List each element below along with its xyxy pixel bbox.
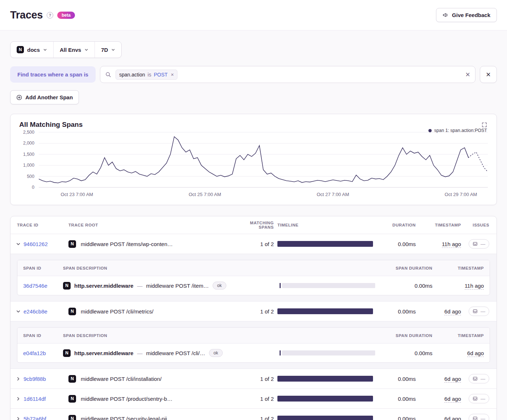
table-row[interactable]: e246cb8e N middleware POST /cli/metrics/… bbox=[11, 301, 496, 321]
span-duration-value: 0.00ms bbox=[385, 350, 435, 356]
timeline-bar[interactable] bbox=[277, 376, 373, 382]
span-row[interactable]: 36d7546e N http.server.middleware — midd… bbox=[17, 276, 490, 295]
page-title: Traces bbox=[10, 9, 43, 21]
fullscreen-icon[interactable] bbox=[481, 121, 488, 128]
table-header: Trace ID Trace Root Matching Spans Timel… bbox=[11, 216, 496, 234]
chevron-down-icon bbox=[16, 242, 21, 246]
nextjs-platform-icon: N bbox=[63, 349, 71, 357]
x-axis-labels: Oct 23 7:00 AMOct 25 7:00 AMOct 27 7:00 … bbox=[39, 192, 488, 201]
give-feedback-button[interactable]: Give Feedback bbox=[436, 8, 497, 22]
issues-indicator: — bbox=[469, 374, 489, 383]
table-row[interactable]: 5b72a6bf N middleware POST /security-leg… bbox=[11, 408, 496, 420]
span-status-badge: ok bbox=[209, 349, 223, 357]
trace-id-link[interactable]: 1d6114df bbox=[24, 396, 46, 402]
chevron-down-icon bbox=[84, 48, 88, 52]
filter-token[interactable]: span.action is POST × bbox=[116, 70, 177, 80]
column-matching-spans: Matching Spans bbox=[233, 221, 277, 229]
span-id-column: Span ID bbox=[17, 266, 60, 270]
project-selector-label: docs bbox=[27, 47, 40, 53]
issues-icon bbox=[473, 309, 478, 314]
matching-spans-value: 1 of 2 bbox=[233, 308, 277, 315]
traces-page: Traces ? beta Give Feedback N docs All E… bbox=[0, 0, 507, 420]
issues-icon bbox=[473, 376, 478, 381]
span-table-header: Span ID Span Description Span Duration T… bbox=[17, 260, 490, 276]
timeline-bar[interactable] bbox=[277, 416, 373, 420]
span-filter-row: Find traces where a span is span.action … bbox=[10, 66, 497, 83]
span-id-column: Span ID bbox=[17, 333, 60, 338]
duration-value: 0.00ms bbox=[382, 416, 419, 420]
plus-circle-icon bbox=[16, 95, 22, 100]
timeline-bar[interactable] bbox=[277, 308, 373, 314]
table-row[interactable]: 1d6114df N middleware POST /product/sent… bbox=[11, 388, 496, 408]
nextjs-platform-icon: N bbox=[68, 308, 76, 315]
span-row[interactable]: e04fa12b N http.server.middleware — midd… bbox=[17, 344, 490, 362]
span-description-column: Span Description bbox=[60, 266, 279, 270]
column-duration: Duration bbox=[382, 223, 419, 227]
timestamp-value[interactable]: 6d ago bbox=[444, 308, 461, 315]
span-timeline[interactable] bbox=[280, 350, 375, 355]
span-search-input[interactable]: span.action is POST × × bbox=[100, 66, 475, 83]
timeline-bar[interactable] bbox=[277, 396, 373, 402]
issues-empty-dash: — bbox=[481, 377, 485, 381]
expanded-span-section: Span ID Span Description Span Duration T… bbox=[11, 254, 496, 301]
span-id-link[interactable]: 36d7546e bbox=[23, 283, 47, 289]
trace-root-text: middleware POST /cli/metrics/ bbox=[81, 308, 154, 315]
chart-title: All Matching Spans bbox=[19, 121, 83, 129]
span-status-badge: ok bbox=[213, 282, 227, 290]
column-trace-root: Trace Root bbox=[66, 223, 233, 227]
expand-row-button[interactable] bbox=[15, 241, 22, 248]
trace-id-link[interactable]: 94601262 bbox=[24, 241, 48, 247]
timestamp-value[interactable]: 6d ago bbox=[444, 376, 461, 383]
nextjs-platform-icon: N bbox=[68, 240, 76, 248]
legend-label: span 1: span.action:POST bbox=[434, 128, 487, 133]
trace-id-link[interactable]: 5b72a6bf bbox=[24, 416, 46, 420]
expand-row-button[interactable] bbox=[15, 375, 22, 382]
span-id-link[interactable]: e04fa12b bbox=[23, 350, 46, 356]
give-feedback-label: Give Feedback bbox=[452, 12, 490, 18]
expand-row-button[interactable] bbox=[15, 395, 22, 402]
nextjs-project-icon: N bbox=[17, 46, 24, 53]
table-row[interactable]: 94601262 N middleware POST /items/wp-con… bbox=[11, 234, 496, 254]
span-timestamp-column: Timestamp bbox=[435, 266, 490, 270]
megaphone-icon bbox=[443, 12, 449, 18]
matching-spans-panel: All Matching Spans span 1: span.action:P… bbox=[10, 114, 497, 205]
expand-row-button[interactable] bbox=[15, 415, 22, 420]
issues-indicator: — bbox=[469, 414, 489, 420]
column-timeline: Timeline bbox=[277, 223, 382, 227]
timestamp-value[interactable]: 6d ago bbox=[444, 416, 461, 420]
project-selector[interactable]: N docs bbox=[11, 42, 53, 58]
span-start-tick bbox=[280, 350, 281, 355]
table-row[interactable]: 9cb9f88b N middleware POST /cli/installa… bbox=[11, 369, 496, 388]
remove-span-filter-button[interactable]: × bbox=[480, 66, 497, 83]
span-timeline[interactable] bbox=[280, 283, 375, 288]
remove-token-icon[interactable]: × bbox=[171, 72, 174, 78]
date-range-selector[interactable]: 7D bbox=[95, 42, 121, 58]
clear-search-icon[interactable]: × bbox=[465, 71, 470, 79]
environment-selector[interactable]: All Envs bbox=[53, 42, 95, 58]
timeline-bar[interactable] bbox=[277, 241, 373, 247]
nextjs-platform-icon: N bbox=[68, 415, 76, 420]
timestamp-value[interactable]: 6d ago bbox=[444, 396, 461, 403]
span-rows: 36d7546e N http.server.middleware — midd… bbox=[17, 276, 490, 295]
timestamp-value[interactable]: 11h ago bbox=[442, 241, 461, 248]
help-icon[interactable]: ? bbox=[47, 12, 53, 18]
span-description-column: Span Description bbox=[60, 333, 279, 338]
span-timestamp-value[interactable]: 11h ago bbox=[465, 283, 484, 290]
add-another-span-button[interactable]: Add Another Span bbox=[10, 90, 79, 104]
token-operator: is bbox=[148, 72, 151, 78]
separator-dash: — bbox=[137, 350, 142, 356]
span-duration-column: Span Duration bbox=[385, 333, 435, 338]
expand-row-button[interactable] bbox=[15, 308, 22, 315]
span-timestamp-value[interactable]: 6d ago bbox=[467, 350, 484, 357]
chart-plot-area: Oct 23 7:00 AMOct 25 7:00 AMOct 27 7:00 … bbox=[39, 129, 488, 201]
chart-legend: span 1: span.action:POST bbox=[428, 128, 487, 133]
trace-id-link[interactable]: 9cb9f88b bbox=[24, 376, 46, 382]
expanded-span-section: Span ID Span Description Span Duration T… bbox=[11, 321, 496, 369]
span-table-header: Span ID Span Description Span Duration T… bbox=[17, 328, 490, 344]
matching-spans-value: 1 of 2 bbox=[233, 396, 277, 402]
nextjs-platform-icon: N bbox=[68, 375, 76, 383]
trace-id-link[interactable]: e246cb8e bbox=[24, 308, 47, 315]
add-another-span-label: Add Another Span bbox=[25, 94, 73, 100]
search-icon bbox=[105, 72, 111, 78]
duration-value: 0.00ms bbox=[382, 308, 419, 315]
